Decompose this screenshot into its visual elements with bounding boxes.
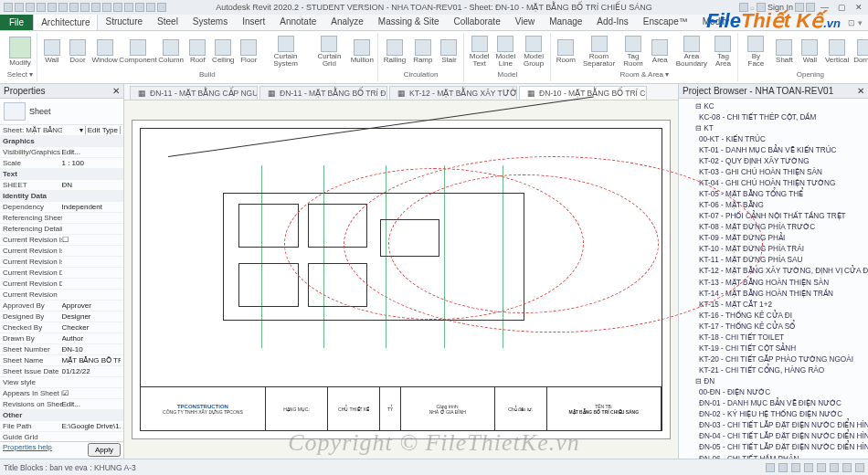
prop-row[interactable]: Drawn ByAuthor [0,333,123,344]
tree-item[interactable]: ĐN-03 - CHI TIẾT LẮP ĐẶT ĐIỆN NƯỚC ĐIỂN … [681,420,866,431]
select-face-icon[interactable] [830,463,839,472]
room-separator-button[interactable]: Room Separator [578,33,619,70]
mullion-button[interactable]: Mullion [349,33,376,70]
redo-icon[interactable] [48,3,57,12]
model-line-button[interactable]: Model Line [492,33,519,70]
prop-row[interactable]: Appears In Sheet List☑ [0,388,123,399]
menu-tab-analyze[interactable]: Analyze [323,14,371,30]
panel-close-icon[interactable]: ✕ [857,86,864,96]
prop-row[interactable]: Referencing Sheet [0,213,123,224]
tree-item[interactable]: KT-02 - QUY ĐỊNH XÂY TƯỜNG [681,155,866,166]
prop-row[interactable]: Scale1 : 100 [0,158,123,169]
column-button[interactable]: Column [157,33,185,70]
menu-tab-modify[interactable]: Modify [695,14,736,30]
prop-row[interactable]: Current Revision Issued... [0,246,123,257]
search-box[interactable]: ⌕ [750,4,755,12]
editable-only-icon[interactable] [778,463,788,472]
menu-tab-massing-site[interactable]: Massing & Site [371,14,447,30]
tree-item[interactable]: KT-01 - DANH MỤC BẢN VẼ KIẾN TRÚC [681,144,866,155]
filter-icon[interactable] [855,463,864,472]
menu-tab-add-ins[interactable]: Add-Ins [589,14,635,30]
railing-button[interactable]: Railing [380,33,409,70]
vertical-button[interactable]: Vertical [822,33,851,70]
worksets-icon[interactable] [766,463,775,472]
tree-item[interactable]: KT-20 - CHI TIẾT GẮP PHÀO TƯỜNG NGOÀI [681,354,866,364]
tree-item[interactable]: ⊟ KT [681,122,866,133]
properties-help-link[interactable]: Properties help [3,443,62,457]
prop-section-header[interactable]: Identity Data [0,191,123,202]
room-button[interactable]: Room [553,33,578,70]
modify-button[interactable]: Modify [5,33,35,70]
menu-tab-view[interactable]: View [508,14,543,30]
view-tab[interactable]: ▦ĐN-11 - MẶT BẰNG BỐ TRÍ ĐHKK...✕ [259,86,387,100]
switch-windows-icon[interactable] [157,3,166,12]
user-icon[interactable] [757,3,766,12]
menu-tab-enscape-[interactable]: Enscape™ [636,14,695,30]
design-options-icon[interactable] [791,463,800,472]
tree-item[interactable]: KT-19 - CHI TIẾT CỘT SẢNH [681,343,866,354]
tree-item[interactable]: ĐN-01 - DANH MỤC BẢN VẼ ĐIỆN NƯỚC [681,398,866,409]
tree-item[interactable]: KC-08 - CHI TIẾT THÉP CỘT, DẦM [681,111,866,122]
edit-type-button[interactable]: Edit Type [85,126,121,134]
sign-in-link[interactable]: Sign In [767,3,793,12]
close-hidden-icon[interactable] [146,3,155,12]
prop-row[interactable]: Current Revision Issued☐ [0,235,123,246]
prop-row[interactable]: Referencing Detail [0,224,123,235]
wall-button[interactable]: Wall [39,33,65,70]
menu-tab-annotate[interactable]: Annotate [272,14,323,30]
close-icon[interactable]: ✕ [852,3,866,12]
menu-tab-steel[interactable]: Steel [150,14,185,30]
instance-selector[interactable]: Sheet: MẶT BẰNG BỐ TRÍ CHIẾU SÁN ▾ Edit … [0,125,123,136]
prop-row[interactable]: Current Revision Issued... [0,257,123,268]
prop-section-header[interactable]: Graphics [0,136,123,147]
tree-item[interactable]: ĐN-06 - CHI TIẾT HẦM PHÂN [681,453,866,459]
model-group-button[interactable]: Model Group [519,33,549,70]
tree-item[interactable]: KT-18 - CHI TIẾT TOILET [681,332,866,343]
maximize-icon[interactable]: ▢ [834,3,850,12]
prop-row[interactable]: Designed ByDesigner [0,311,123,322]
tree-item[interactable]: ĐN-02 - KÝ HIỆU HỆ THỐNG ĐIỆN NƯỚC [681,409,866,420]
tree-item[interactable]: KT-16 - THỐNG KÊ CỬA ĐI [681,310,866,321]
prop-row[interactable]: Revisions on SheetEdit... [0,399,123,410]
drag-icon[interactable] [842,463,852,472]
roof-button[interactable]: Roof [185,33,210,70]
menu-tab-collaborate[interactable]: Collaborate [447,14,508,30]
prop-row[interactable]: Current Revision Date [0,268,123,279]
tree-item[interactable]: 00-KT - KIẾN TRÚC [681,133,866,144]
help-icon[interactable] [806,3,815,12]
curtain-grid-button[interactable]: Curtain Grid [310,33,349,70]
stair-button[interactable]: Stair [436,33,461,70]
tree-item[interactable]: ⊟ KC [681,100,866,111]
section-icon[interactable] [124,3,133,12]
panel-close-icon[interactable]: ✕ [112,86,120,96]
component-button[interactable]: Component [119,33,157,70]
tag-area-button[interactable]: Tag Area [710,33,736,70]
prop-row[interactable]: DependencyIndependent [0,202,123,213]
tree-item[interactable]: 00-ĐN - ĐIỆN NƯỚC [681,387,866,398]
menu-tab-manage[interactable]: Manage [542,14,589,30]
text-icon[interactable] [102,3,111,12]
save-icon[interactable] [26,3,35,12]
tree-item[interactable]: ĐN-04 - CHI TIẾT LẮP ĐẶT ĐIỆN NƯỚC ĐIỂN … [681,431,866,442]
tree-item[interactable]: ⊟ ĐN [681,376,866,387]
prop-row[interactable]: SHEETĐN [0,180,123,191]
file-tab[interactable]: File [0,15,33,30]
select-pinned-icon[interactable] [817,463,826,472]
measure-icon[interactable] [69,3,79,12]
thin-lines-icon[interactable] [135,3,144,12]
apply-button[interactable]: Apply [88,443,121,457]
prop-row[interactable]: Checked ByChecker [0,322,123,333]
minimize-icon[interactable]: — [817,3,832,12]
prop-row[interactable]: Current Revision Descri... [0,279,123,290]
shaft-button[interactable]: Shaft [771,33,797,70]
prop-section-header[interactable]: Text [0,169,123,180]
dormer-button[interactable]: Dormer [852,33,868,70]
door-button[interactable]: Door [65,33,90,70]
area-button[interactable]: Area [647,33,672,70]
prop-row[interactable]: Approved ByApprover [0,301,123,311]
ribbon-options-icon[interactable]: ⊡ ▾ [842,16,868,30]
prop-section-header[interactable]: Other [0,410,123,421]
prop-row[interactable]: Visibility/Graphics Over...Edit... [0,147,123,158]
tree-item[interactable]: KT-17 - THỐNG KÊ CỬA SỔ [681,321,866,332]
area-boundary-button[interactable]: Area Boundary [672,33,710,70]
